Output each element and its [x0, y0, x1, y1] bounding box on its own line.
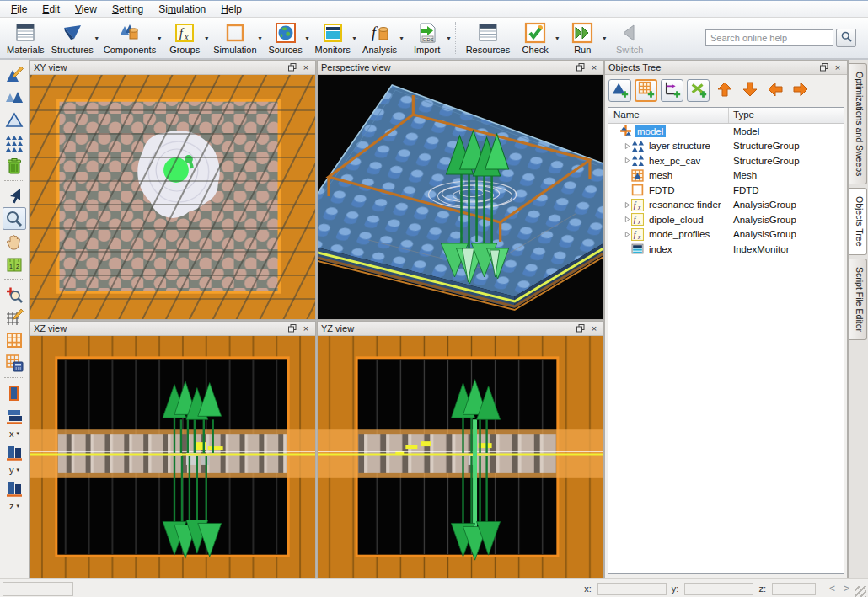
tree-item-name[interactable]: mesh	[646, 169, 675, 181]
expand-arrow-icon[interactable]	[623, 230, 631, 238]
sources-button[interactable]: Sources	[264, 20, 308, 56]
xy-view-canvas[interactable]	[30, 75, 315, 319]
check-button[interactable]: Check	[513, 20, 557, 56]
tree-row-model[interactable]: modelModel	[608, 124, 844, 139]
float-icon[interactable]	[818, 62, 830, 73]
float-icon[interactable]	[287, 323, 298, 334]
edit-structure-button[interactable]	[3, 63, 26, 86]
groups-button[interactable]: fxGroups	[163, 20, 206, 56]
bars-x-button[interactable]	[3, 404, 26, 427]
zoom-extent-button[interactable]	[3, 283, 26, 306]
select-arrow-button[interactable]	[3, 184, 26, 207]
expand-arrow-icon[interactable]	[623, 200, 631, 209]
expand-arrow-icon[interactable]	[623, 216, 631, 224]
yz-view-canvas[interactable]	[318, 336, 603, 578]
structures-button[interactable]: Structures	[48, 20, 97, 56]
tab-objects-tree[interactable]: Objects Tree	[849, 188, 867, 255]
resize-grip[interactable]	[855, 586, 866, 597]
search-input[interactable]	[705, 29, 833, 46]
grid-calc-button[interactable]	[3, 351, 26, 374]
search-button[interactable]	[836, 29, 856, 47]
chevron-down-icon[interactable]: ▾	[353, 35, 356, 42]
tree-item-name[interactable]: hex_pc_cav	[646, 155, 703, 167]
add-structure-button[interactable]	[608, 79, 631, 102]
import-button[interactable]: GDSImport	[405, 20, 449, 56]
history-prev-button[interactable]: <	[829, 583, 835, 594]
move-down-button[interactable]	[740, 80, 760, 100]
move-left-button[interactable]	[765, 80, 785, 100]
chevron-down-icon[interactable]: ▾	[259, 35, 262, 42]
tree-item-name[interactable]: resonance finder	[646, 199, 724, 211]
menu-view[interactable]: View	[67, 2, 104, 17]
xz-view-canvas[interactable]	[30, 336, 315, 578]
tree-row-hex_pc_cav[interactable]: hex_pc_cavStructureGroup	[608, 153, 844, 168]
add-simulation-button[interactable]	[635, 79, 657, 102]
mesh-edit-button[interactable]	[3, 306, 26, 328]
bars-y-button[interactable]	[3, 440, 26, 463]
menu-setting[interactable]: Setting	[104, 2, 151, 17]
tree-item-name[interactable]: FDTD	[646, 184, 678, 196]
tree-row-index[interactable]: indexIndexMonitor	[608, 242, 844, 257]
plane-x-button[interactable]	[3, 381, 26, 404]
menu-file[interactable]: File	[3, 2, 35, 17]
close-icon[interactable]: ×	[588, 323, 600, 334]
history-next-button[interactable]: >	[844, 583, 849, 594]
delete-button[interactable]	[3, 154, 26, 177]
perspective-view-canvas[interactable]	[318, 75, 603, 319]
tree-row-resonance-finder[interactable]: fxresonance finderAnalysisGroup	[608, 198, 844, 213]
chevron-down-icon[interactable]: ▾	[95, 35, 99, 42]
monitors-button[interactable]: Monitors	[311, 20, 355, 56]
tree-item-name[interactable]: mode_profiles	[646, 228, 712, 240]
add-monitor-button[interactable]	[661, 79, 683, 102]
chevron-down-icon[interactable]: ▾	[306, 35, 309, 42]
chevron-down-icon[interactable]: ▾	[603, 35, 606, 42]
resources-button[interactable]: Resources	[463, 20, 514, 56]
expand-arrow-icon[interactable]	[623, 157, 631, 165]
expand-arrow-icon[interactable]	[623, 141, 631, 150]
tree-item-name[interactable]: model	[635, 125, 666, 137]
chevron-down-icon[interactable]: ▾	[555, 35, 559, 42]
tree-row-FDTD[interactable]: FDTDFDTD	[608, 183, 844, 198]
materials-button[interactable]: Materials	[3, 20, 48, 56]
close-icon[interactable]: ×	[832, 62, 844, 73]
chevron-down-icon[interactable]: ▾	[400, 35, 404, 42]
tab-script-file-editor[interactable]: Script File Editor	[849, 259, 867, 340]
tab-optimizations-and-sweeps[interactable]: Optimizations and Sweeps	[849, 63, 867, 184]
chevron-down-icon[interactable]: ▾	[447, 35, 451, 42]
axis-z-button[interactable]: z▾	[3, 499, 26, 513]
bars-z-button[interactable]	[3, 477, 26, 499]
pan-hand-button[interactable]	[3, 230, 26, 253]
tree-item-name[interactable]: index	[646, 243, 675, 255]
float-icon[interactable]	[575, 62, 587, 73]
tree-item-name[interactable]: layer structure	[646, 140, 713, 152]
tree-row-mode_profiles[interactable]: fxmode_profilesAnalysisGroup	[608, 227, 844, 243]
menu-simulation[interactable]: Simulation	[151, 2, 213, 17]
analysis-button[interactable]: fAnalysis	[358, 20, 402, 56]
switch-button[interactable]: Switch	[608, 20, 651, 56]
scale-button[interactable]	[3, 109, 26, 131]
close-icon[interactable]: ×	[300, 323, 312, 334]
float-icon[interactable]	[287, 62, 298, 73]
axis-y-button[interactable]: y▾	[3, 463, 26, 477]
tree-row-dipole_cloud[interactable]: fxdipole_cloudAnalysisGroup	[608, 212, 844, 227]
tree-row-layer-structure[interactable]: layer structureStructureGroup	[608, 139, 844, 154]
run-button[interactable]: Run	[560, 20, 604, 56]
array-button[interactable]	[3, 131, 26, 154]
column-header-name[interactable]: Name	[608, 108, 729, 123]
menu-help[interactable]: Help	[213, 2, 249, 17]
menu-edit[interactable]: Edit	[35, 2, 67, 17]
ruler-button[interactable]: 12	[3, 253, 26, 275]
components-button[interactable]: Components	[100, 20, 159, 56]
move-up-button[interactable]	[715, 80, 735, 100]
zoom-button[interactable]	[3, 207, 26, 230]
chevron-down-icon[interactable]: ▾	[16, 503, 19, 509]
close-icon[interactable]: ×	[588, 62, 600, 73]
float-icon[interactable]	[575, 323, 587, 334]
chevron-down-icon[interactable]: ▾	[16, 466, 19, 473]
chevron-down-icon[interactable]: ▾	[16, 430, 19, 437]
tree-item-name[interactable]: dipole_cloud	[646, 214, 706, 226]
close-icon[interactable]: ×	[300, 62, 312, 73]
chevron-down-icon[interactable]: ▾	[205, 35, 208, 42]
add-analysis-button[interactable]	[687, 79, 710, 102]
chevron-down-icon[interactable]: ▾	[158, 35, 161, 42]
